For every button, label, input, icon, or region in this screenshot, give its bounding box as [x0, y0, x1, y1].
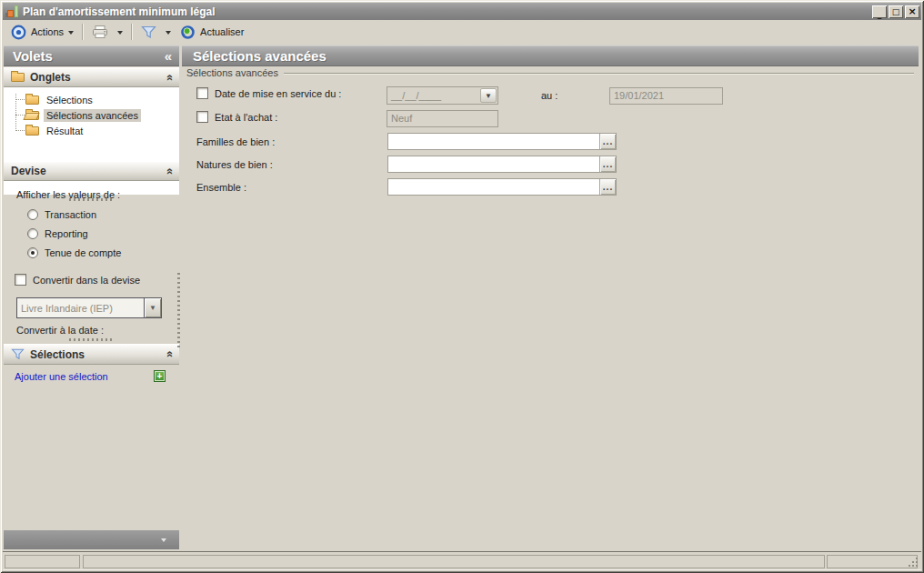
application-window: Plan d'amortissement minimum légal _ □ ×… [0, 0, 924, 573]
au-label: au : [541, 90, 557, 101]
chevron-down-icon: ▼ [485, 92, 492, 100]
titlebar: Plan d'amortissement minimum légal _ □ × [3, 3, 921, 20]
section-header-devise[interactable]: Devise » [4, 161, 179, 181]
etat-achat-field: Neuf [387, 110, 498, 127]
folder-icon [11, 73, 25, 82]
sidebar-panel-header: Volets « [4, 45, 179, 66]
actions-dropdown-icon [68, 31, 74, 37]
ensemble-input[interactable] [388, 179, 598, 195]
filter-options-button[interactable] [161, 22, 176, 42]
display-values-label: Afficher les valeurs de : [16, 189, 120, 200]
window-title: Plan d'amortissement minimum légal [23, 5, 870, 18]
ensemble-label: Ensemble : [196, 182, 246, 193]
etat-achat-checkbox[interactable]: Etat à l'achat : [196, 111, 277, 123]
status-pane-middle [83, 555, 825, 568]
collapse-section-icon[interactable]: » [162, 167, 176, 174]
folder-icon [25, 96, 39, 105]
natures-input[interactable] [388, 156, 598, 172]
date-from-select[interactable]: __/__/____ ▼ [387, 86, 498, 105]
radio-transaction[interactable]: Transaction [27, 209, 96, 220]
print-button[interactable] [87, 22, 113, 42]
tree-item-resultat[interactable]: Résultat [4, 123, 179, 138]
familles-browse-button[interactable]: ... [599, 134, 616, 149]
checkbox-icon [15, 274, 26, 286]
funnel-icon [11, 348, 25, 360]
folder-icon [25, 126, 39, 136]
app-logo-icon [5, 5, 18, 18]
actions-button[interactable]: Actions [6, 22, 78, 42]
collapse-section-icon[interactable]: » [162, 351, 176, 357]
natures-browse-button[interactable]: ... [599, 156, 616, 172]
sidebar-collapsed-bar[interactable] [4, 530, 179, 549]
refresh-label: Actualiser [200, 26, 244, 37]
checkbox-icon [196, 111, 208, 123]
status-pane-left [5, 555, 80, 568]
radio-tenue-de-compte[interactable]: Tenue de compte [27, 247, 121, 258]
sidebar-collapse-icon[interactable]: « [165, 48, 172, 64]
toolbar-separator [82, 24, 84, 40]
filter-dropdown-icon [166, 31, 171, 37]
ensemble-browse-button[interactable]: ... [599, 179, 616, 195]
refresh-icon [180, 25, 196, 40]
radio-icon [27, 228, 38, 239]
main-title: Sélections avancées [193, 48, 326, 64]
selections-title: Sélections [30, 348, 85, 361]
currency-dropdown-button[interactable]: ▼ [144, 298, 161, 317]
onglets-title: Onglets [30, 71, 71, 84]
group-line [284, 73, 914, 75]
toolbar: Actions [3, 20, 921, 44]
open-folder-icon [25, 111, 39, 120]
print-dropdown-icon [117, 31, 123, 37]
status-pane-right [827, 555, 918, 568]
splitter-handle[interactable] [69, 338, 113, 341]
natures-input-wrapper: ... [387, 156, 617, 173]
status-bar [3, 551, 921, 570]
devise-title: Devise [11, 165, 46, 177]
target-icon [11, 25, 26, 40]
familles-input[interactable] [388, 134, 598, 149]
group-title: Sélections avancées [186, 67, 278, 78]
date-to-field: 19/01/2021 [609, 87, 723, 105]
close-button[interactable]: × [905, 5, 919, 18]
resize-grip[interactable] [916, 565, 918, 567]
chevron-down-icon: ▼ [149, 304, 156, 312]
collapse-section-icon[interactable]: » [162, 74, 176, 80]
filter-button[interactable] [136, 22, 161, 42]
radio-checked-icon [27, 247, 38, 258]
tree-item-selections[interactable]: Sélections [4, 92, 179, 107]
radio-reporting[interactable]: Reporting [27, 228, 88, 239]
print-options-button[interactable] [113, 22, 127, 42]
date-service-checkbox[interactable]: Date de mise en service du : [196, 87, 341, 99]
familles-label: Familles de bien : [196, 136, 275, 147]
radio-icon [27, 209, 38, 220]
refresh-button[interactable]: Actualiser [176, 22, 248, 42]
main-header: Sélections avancées [182, 45, 919, 66]
actions-label: Actions [31, 26, 64, 37]
toolbar-separator [131, 24, 133, 40]
sidebar-title: Volets [13, 48, 53, 64]
tree-item-selections-avancees[interactable]: Sélections avancées [4, 107, 179, 123]
checkbox-icon [196, 87, 208, 99]
add-selection-plus-button[interactable]: + [154, 370, 166, 382]
currency-value: Livre Irlandaire (IEP) [17, 303, 144, 314]
date-from-value: __/__/____ [391, 90, 441, 101]
maximize-button[interactable]: □ [889, 5, 903, 18]
group-box-legend: Sélections avancées [186, 67, 914, 78]
date-dropdown-button[interactable]: ▼ [480, 88, 497, 103]
familles-input-wrapper: ... [387, 133, 617, 150]
section-header-onglets[interactable]: Onglets » [4, 67, 179, 87]
printer-icon [92, 25, 108, 39]
minimize-button[interactable]: _ [872, 5, 887, 18]
add-selection-link[interactable]: Ajouter une sélection [15, 371, 108, 382]
convert-date-label: Convertir à la date : [16, 325, 104, 336]
sidebar: Volets « Onglets » Sélections Sélections… [4, 45, 179, 550]
chevron-down-icon [161, 538, 166, 545]
main-panel: Sélections avancées Sélections avancées … [182, 45, 919, 550]
ensemble-input-wrapper: ... [387, 178, 617, 196]
funnel-icon [141, 25, 156, 39]
currency-select[interactable]: Livre Irlandaire (IEP) ▼ [16, 297, 162, 318]
section-header-selections[interactable]: Sélections » [4, 344, 179, 365]
convert-currency-checkbox[interactable]: Convertir dans la devise [15, 274, 140, 286]
sidebar-resize-handle[interactable] [177, 273, 180, 349]
natures-label: Natures de bien : [196, 159, 273, 170]
